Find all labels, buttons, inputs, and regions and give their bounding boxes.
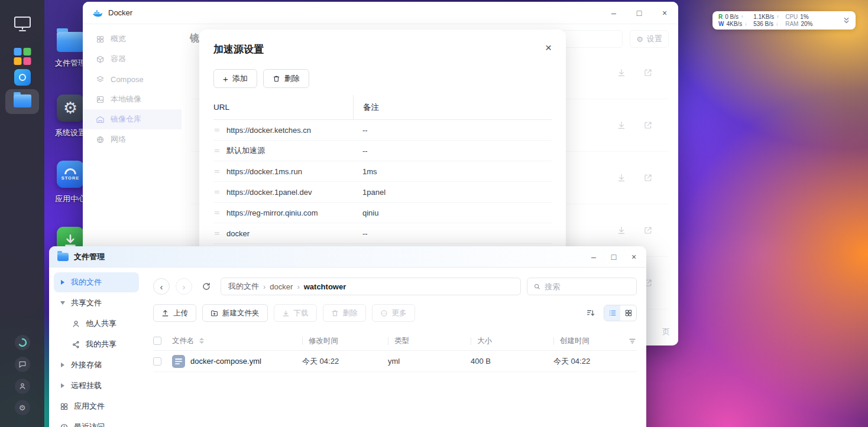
close-icon[interactable]: × <box>545 42 552 53</box>
more-label: 更多 <box>392 308 407 318</box>
down-arrow-icon: ↓ <box>744 21 747 27</box>
store-text: STORE <box>61 175 80 181</box>
download-label: 下载 <box>294 308 309 318</box>
view-toggle <box>604 305 637 321</box>
delete-button[interactable]: 删除 <box>323 304 366 322</box>
widget-expand-button[interactable] <box>843 17 850 24</box>
breadcrumb-separator: › <box>263 282 265 291</box>
dock-item-displays[interactable] <box>14 17 31 28</box>
row-checkbox[interactable] <box>153 357 161 366</box>
dock: ⚙ <box>0 0 44 427</box>
drag-handle-icon[interactable] <box>213 168 221 175</box>
sidebar-item-others-shared[interactable]: 他人共享 <box>54 314 139 334</box>
accelerator-row[interactable]: https://docker.1panel.dev 1panel <box>213 182 552 203</box>
breadcrumb-current[interactable]: watchtower <box>304 282 346 291</box>
refresh-icon <box>202 282 211 291</box>
minimize-icon[interactable]: – <box>610 9 618 17</box>
row-url: docker <box>226 229 250 238</box>
sidebar-item-recent[interactable]: 最近访问 <box>54 417 139 427</box>
sort-icon <box>586 308 595 318</box>
dock-user-button[interactable] <box>15 379 30 394</box>
clock-icon <box>60 423 69 427</box>
sidebar-item-external-storage[interactable]: 外接存储 <box>54 355 139 375</box>
drag-handle-icon[interactable] <box>213 188 221 195</box>
sidebar-item-app-files[interactable]: 应用文件 <box>54 396 139 416</box>
forward-button[interactable]: › <box>176 278 192 295</box>
close-icon[interactable]: × <box>630 253 638 261</box>
drag-handle-icon[interactable] <box>213 147 221 154</box>
drag-handle-icon[interactable] <box>213 209 221 216</box>
double-chevron-down-icon <box>843 17 850 24</box>
breadcrumb-docker[interactable]: docker <box>270 282 293 291</box>
add-button[interactable]: + 添加 <box>213 69 257 88</box>
folder-icon <box>14 94 31 107</box>
dock-item-apps[interactable] <box>14 48 31 65</box>
gear-icon: ⚙ <box>57 94 84 122</box>
header-type: 类型 <box>394 336 409 346</box>
breadcrumb-my-files[interactable]: 我的文件 <box>228 281 259 292</box>
dock-float-monitor-button[interactable] <box>15 335 30 350</box>
sidebar-item-my-shared[interactable]: 我的共享 <box>54 334 139 354</box>
app-grid-icon <box>14 48 31 65</box>
minimize-icon[interactable]: – <box>590 253 598 261</box>
modal-title: 加速源设置 <box>213 43 264 56</box>
drag-handle-icon[interactable] <box>213 126 221 133</box>
accelerator-row[interactable]: 默认加速源 -- <box>213 141 552 161</box>
accelerator-row[interactable]: https://docker.1ms.run 1ms <box>213 161 552 182</box>
row-url: https://docker.ketches.cn <box>226 126 311 135</box>
row-note: qiniu <box>362 208 378 217</box>
maximize-icon[interactable]: □ <box>635 9 643 17</box>
delete-button[interactable]: 删除 <box>263 69 309 88</box>
search-input[interactable] <box>545 282 630 291</box>
close-icon[interactable]: × <box>660 9 669 17</box>
sidebar-label: 最近访问 <box>74 422 105 427</box>
chevron-right-icon <box>60 280 66 285</box>
files-sidebar: 我的文件 共享文件 他人共享 我的共享 外接存储 <box>49 268 144 427</box>
sidebar-item-my-files[interactable]: 我的文件 <box>54 272 139 292</box>
gear-icon: ⚙ <box>19 403 26 412</box>
dock-chat-button[interactable] <box>15 357 30 372</box>
dock-item-blue-app[interactable] <box>14 69 31 86</box>
folder-icon <box>57 253 69 261</box>
trash-icon <box>331 309 339 317</box>
file-size: 400 B <box>471 357 491 366</box>
file-row[interactable]: docker-compose.yml 今天 04:22 yml 400 B 今天… <box>153 351 637 372</box>
accelerator-row[interactable]: https://docker.ketches.cn -- <box>213 120 552 141</box>
delete-label: 删除 <box>343 308 358 318</box>
accelerator-row[interactable]: docker -- <box>213 223 552 244</box>
files-table-header: 文件名 修改时间 类型 大小 创建时间 <box>153 331 637 351</box>
maximize-icon[interactable]: □ <box>610 253 618 261</box>
delete-label: 删除 <box>284 73 300 84</box>
search-box <box>527 278 637 295</box>
window-title: Docker <box>108 8 132 17</box>
dock-item-file-manager[interactable] <box>14 94 31 107</box>
accelerator-row[interactable]: https://reg-mirror.qiniu.com qiniu <box>213 203 552 223</box>
upload-button[interactable]: 上传 <box>153 304 196 322</box>
download-button[interactable]: 下载 <box>274 304 317 322</box>
chevron-right-icon <box>60 383 66 388</box>
list-view-button[interactable] <box>604 305 620 321</box>
sidebar-label: 远程挂载 <box>71 380 102 391</box>
accelerator-table: URL 备注 https://docker.ketches.cn -- <box>213 95 552 244</box>
row-note: -- <box>362 146 368 155</box>
sort-arrows-icon[interactable] <box>199 338 204 344</box>
search-icon <box>533 282 540 291</box>
dock-settings-button[interactable]: ⚙ <box>15 400 30 415</box>
column-filter-icon[interactable] <box>628 337 637 345</box>
store-arc <box>64 168 76 174</box>
cpu-ram-column: CPU 1% RAM 20% <box>785 14 812 27</box>
more-button[interactable]: 更多 <box>372 304 415 322</box>
new-folder-button[interactable]: 新建文件夹 <box>202 304 268 322</box>
sidebar-item-shared-files[interactable]: 共享文件 <box>54 293 139 313</box>
row-url: https://docker.1panel.dev <box>226 188 312 197</box>
refresh-button[interactable] <box>198 278 215 295</box>
select-all-checkbox[interactable] <box>153 337 161 345</box>
file-name: docker-compose.yml <box>190 357 261 366</box>
column-note: 备注 <box>363 102 379 113</box>
back-button[interactable]: ‹ <box>153 278 170 295</box>
sort-button[interactable] <box>582 305 599 321</box>
drag-handle-icon[interactable] <box>213 230 221 237</box>
grid-view-button[interactable] <box>620 305 636 321</box>
download-icon <box>282 309 290 317</box>
sidebar-item-remote-mount[interactable]: 远程挂载 <box>54 376 139 396</box>
